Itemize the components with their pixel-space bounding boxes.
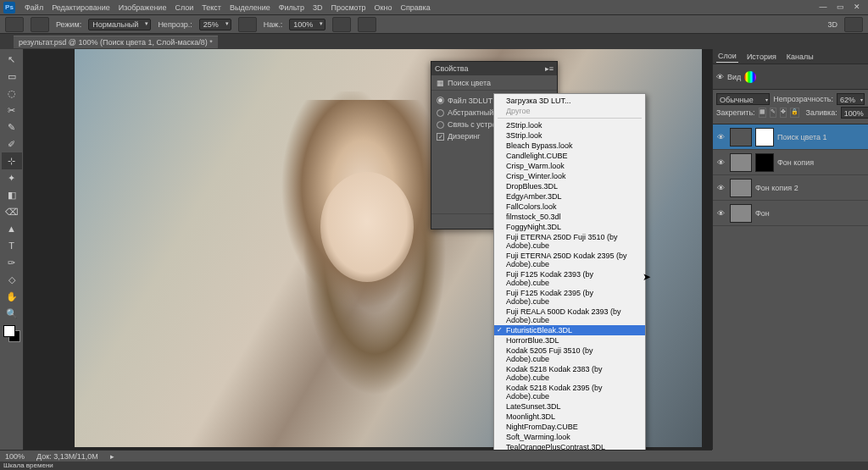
marquee-tool[interactable]: ▭ [2, 68, 22, 85]
lut-menu-item[interactable]: LateSunset.3DL [494, 401, 645, 412]
zoom-level[interactable]: 100% [5, 452, 25, 461]
workspace-icon[interactable] [844, 17, 863, 32]
lock-transparency-icon[interactable]: ▦ [759, 108, 766, 118]
pressure-opacity-icon[interactable] [238, 17, 257, 32]
healing-tool[interactable]: ✐ [2, 135, 22, 152]
lut-menu-item[interactable]: EdgyAmber.3DL [494, 191, 645, 202]
layer-name[interactable]: Фон копия 2 [755, 184, 866, 192]
layer-thumb[interactable] [730, 128, 752, 147]
crop-tool[interactable]: ✂ [2, 102, 22, 119]
lut-menu-item[interactable]: Fuji ETERNA 250D Fuji 3510 (by Adobe).cu… [494, 232, 645, 251]
lut-menu-item[interactable]: Fuji REALA 500D Kodak 2393 (by Adobe).cu… [494, 307, 645, 325]
stamp-tool[interactable]: ✦ [2, 169, 22, 186]
lut-menu-item[interactable]: Crisp_Winter.look [494, 171, 645, 181]
radio-abstract[interactable] [437, 109, 444, 117]
menu-edit[interactable]: Редактирование [47, 3, 114, 12]
flow-dropdown[interactable]: 100% [289, 19, 326, 30]
layer-mask[interactable] [755, 128, 774, 147]
status-arrow-icon[interactable]: ▸ [110, 452, 114, 461]
document-tab[interactable]: результат.psd @ 100% (Поиск цвета 1, Сло… [14, 36, 218, 48]
path-tool[interactable]: ✑ [2, 254, 22, 271]
menu-help[interactable]: Справка [396, 3, 434, 12]
visibility-icon[interactable]: 👁 [715, 184, 726, 192]
eyedropper-tool[interactable]: ✎ [2, 119, 22, 135]
layer-thumb[interactable] [730, 179, 752, 197]
brush-preset-icon[interactable] [31, 17, 49, 32]
airbrush-icon[interactable] [332, 17, 351, 32]
eye-icon[interactable]: 👁 [716, 73, 724, 81]
doc-size[interactable]: Док: 3,13M/11,0M [36, 452, 98, 461]
menu-text[interactable]: Текст [198, 3, 225, 12]
menu-layers[interactable]: Слои [170, 3, 198, 12]
lut-menu-item[interactable]: Kodak 5218 Kodak 2383 (by Adobe).cube [494, 364, 645, 383]
visibility-icon[interactable]: 👁 [715, 158, 726, 167]
menu-select[interactable]: Выделение [225, 3, 275, 12]
lock-pixels-icon[interactable]: ✎ [770, 108, 776, 118]
lut-menu-item[interactable]: Crisp_Warm.look [494, 161, 645, 171]
shape-tool[interactable]: ◇ [2, 271, 22, 288]
lut-menu-item[interactable]: FallColors.look [494, 202, 645, 212]
eraser-tool[interactable]: ⌫ [2, 203, 22, 220]
pressure-size-icon[interactable] [358, 17, 376, 32]
blend-mode-dropdown[interactable]: Обычные [716, 93, 770, 105]
close-button[interactable]: ✕ [849, 2, 865, 12]
lasso-tool[interactable]: ◌ [2, 85, 22, 102]
lut-menu-item[interactable]: Fuji ETERNA 250D Kodak 2395 (by Adobe).c… [494, 251, 645, 269]
menu-file[interactable]: Файл [20, 3, 47, 12]
tool-preset-icon[interactable] [5, 17, 24, 32]
3d-label[interactable]: 3D [827, 20, 837, 29]
lut-menu-item[interactable]: HorrorBlue.3DL [494, 335, 645, 346]
visibility-icon[interactable]: 👁 [715, 133, 726, 141]
visibility-icon[interactable]: 👁 [715, 209, 726, 218]
lut-menu-item[interactable]: Kodak 5218 Kodak 2395 (by Adobe).cube [494, 383, 645, 401]
lut-menu-item[interactable]: DropBlues.3DL [494, 181, 645, 191]
adjustment-icon[interactable] [744, 71, 756, 83]
move-tool[interactable]: ↖ [2, 51, 22, 68]
color-swatches[interactable] [3, 325, 20, 342]
menu-filter[interactable]: Фильтр [275, 3, 309, 12]
tab-layers[interactable]: Слои [716, 50, 738, 63]
layer-opacity-dropdown[interactable]: 62% [837, 93, 865, 105]
lut-menu-item[interactable]: FuturisticBleak.3DL [494, 325, 645, 335]
layer-name[interactable]: Фон [755, 209, 866, 218]
lut-menu-item[interactable]: filmstock_50.3dl [494, 212, 645, 222]
radio-3dlut[interactable] [437, 97, 444, 104]
hand-tool[interactable]: ✋ [2, 288, 22, 305]
tab-channels[interactable]: Каналы [785, 51, 815, 63]
lut-menu-item[interactable]: Kodak 5205 Fuji 3510 (by Adobe).cube [494, 346, 645, 364]
menu-image[interactable]: Изображение [114, 3, 171, 12]
menu-3d[interactable]: 3D [309, 3, 327, 12]
lut-menu-item[interactable]: Candlelight.CUBE [494, 151, 645, 161]
minimize-button[interactable]: — [815, 2, 831, 12]
zoom-tool[interactable]: 🔍 [2, 305, 22, 322]
lut-menu-item[interactable]: Fuji F125 Kodak 2393 (by Adobe).cube [494, 269, 645, 288]
lut-menu-item[interactable]: 2Strip.look [494, 120, 645, 130]
fill-dropdown[interactable]: 100% [841, 107, 868, 119]
layer-thumb[interactable] [730, 204, 752, 223]
layer-row[interactable]: 👁 Фон копия 2 [713, 175, 868, 201]
type-tool[interactable]: T [2, 237, 22, 254]
opacity-dropdown[interactable]: 25% [199, 19, 231, 30]
pen-tool[interactable]: ▲ [2, 220, 22, 237]
timeline-bar[interactable]: Шкала времени [0, 462, 868, 470]
layer-row[interactable]: 👁 Фон [713, 201, 868, 226]
lut-menu-item[interactable]: 3Strip.look [494, 130, 645, 141]
menu-item-load[interactable]: Загрузка 3D LUT... [494, 96, 645, 106]
layer-mask[interactable] [755, 153, 774, 172]
menu-window[interactable]: Окно [370, 3, 397, 12]
brush-tool[interactable]: ⊹ [2, 152, 22, 169]
lock-position-icon[interactable]: ✥ [780, 108, 787, 118]
lut-menu-item[interactable]: NightFromDay.CUBE [494, 422, 645, 432]
lut-menu-item[interactable]: Bleach Bypass.look [494, 141, 645, 151]
layer-row[interactable]: 👁 Фон копия [713, 150, 868, 175]
lut-menu-item[interactable]: Moonlight.3DL [494, 412, 645, 422]
layer-row[interactable]: 👁 Поиск цвета 1 [713, 124, 868, 150]
layer-thumb[interactable] [730, 153, 752, 172]
gradient-tool[interactable]: ◧ [2, 186, 22, 203]
radio-device[interactable] [437, 121, 444, 129]
lock-all-icon[interactable]: 🔒 [790, 108, 799, 118]
panel-menu-icon[interactable]: ▸≡ [545, 64, 554, 73]
menu-view[interactable]: Просмотр [326, 3, 370, 12]
mode-dropdown[interactable]: Нормальный [88, 19, 151, 30]
lut-menu-item[interactable]: Soft_Warming.look [494, 432, 645, 442]
